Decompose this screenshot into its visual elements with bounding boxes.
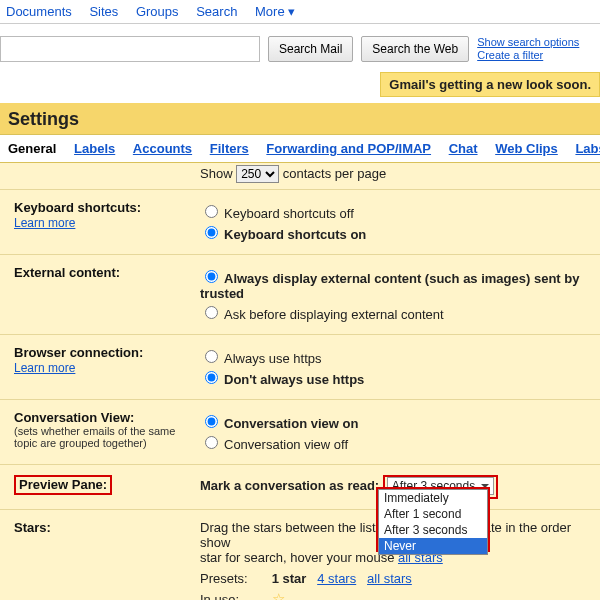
option-after-1s[interactable]: After 1 second	[379, 506, 487, 522]
keyboard-on-radio[interactable]	[205, 226, 218, 239]
option-immediately[interactable]: Immediately	[379, 490, 487, 506]
page-size-row: Show 250 contacts per page	[0, 163, 600, 190]
option-never[interactable]: Never	[379, 538, 487, 554]
mark-as-read-label: Mark a conversation as read:	[200, 478, 379, 493]
conv-on-label: Conversation view on	[224, 416, 358, 431]
conversation-view-label: Conversation View:	[14, 410, 134, 425]
search-links: Show search options Create a filter	[477, 36, 579, 62]
external-ask-label: Ask before displaying external content	[224, 307, 444, 322]
browser-connection-row: Browser connection: Learn more Always us…	[0, 335, 600, 400]
keyboard-on-label: Keyboard shortcuts on	[224, 227, 366, 242]
settings-content: Show 250 contacts per page Keyboard shor…	[0, 163, 600, 600]
nav-more[interactable]: More ▾	[255, 4, 295, 19]
new-look-banner: Gmail's getting a new look soon.	[380, 72, 600, 97]
tab-accounts[interactable]: Accounts	[133, 141, 192, 156]
external-ask-radio[interactable]	[205, 306, 218, 319]
keyboard-shortcuts-label: Keyboard shortcuts:	[14, 200, 141, 215]
show-suffix: contacts per page	[283, 166, 386, 181]
top-nav: Documents Sites Groups Search More ▾	[0, 0, 600, 24]
preview-pane-label: Preview Pane:	[14, 475, 112, 495]
conv-off-radio[interactable]	[205, 436, 218, 449]
create-filter-link[interactable]: Create a filter	[477, 49, 543, 61]
show-search-options-link[interactable]: Show search options	[477, 36, 579, 48]
star-yellow-icon[interactable]: ☆	[272, 590, 285, 600]
page-size-select[interactable]: 250	[236, 165, 279, 183]
https-always-radio[interactable]	[205, 350, 218, 363]
external-always-label: Always display external content (such as…	[200, 271, 579, 301]
mark-as-read-menu: Immediately After 1 second After 3 secon…	[378, 489, 488, 555]
stars-row: Stars: Drag the stars between the lists.…	[0, 510, 600, 600]
preset-allstars[interactable]: all stars	[367, 571, 412, 586]
search-mail-button[interactable]: Search Mail	[268, 36, 353, 62]
nav-search[interactable]: Search	[196, 4, 237, 19]
keyboard-learn-more-link[interactable]: Learn more	[14, 216, 75, 230]
in-use-label: In use:	[200, 592, 268, 600]
external-content-row: External content: Always display externa…	[0, 255, 600, 335]
external-content-label: External content:	[14, 265, 120, 280]
keyboard-off-radio[interactable]	[205, 205, 218, 218]
tab-filters[interactable]: Filters	[210, 141, 249, 156]
stars-label: Stars:	[14, 520, 51, 535]
settings-tabs: General Labels Accounts Filters Forwardi…	[0, 134, 600, 163]
tab-webclips[interactable]: Web Clips	[495, 141, 558, 156]
show-label: Show	[200, 166, 233, 181]
settings-title: Settings	[0, 103, 600, 134]
tab-chat[interactable]: Chat	[449, 141, 478, 156]
presets-label: Presets:	[200, 571, 268, 586]
conversation-view-sub: (sets whether emails of the same topic a…	[14, 425, 200, 449]
browser-connection-label: Browser connection:	[14, 345, 143, 360]
external-always-radio[interactable]	[205, 270, 218, 283]
conv-off-label: Conversation view off	[224, 437, 348, 452]
tab-general[interactable]: General	[8, 141, 56, 156]
preview-pane-row: Preview Pane: Mark a conversation as rea…	[0, 465, 600, 510]
https-not-always-radio[interactable]	[205, 371, 218, 384]
tab-labels[interactable]: Labels	[74, 141, 115, 156]
preset-4stars[interactable]: 4 stars	[317, 571, 356, 586]
conversation-view-row: Conversation View: (sets whether emails …	[0, 400, 600, 465]
tab-forwarding[interactable]: Forwarding and POP/IMAP	[266, 141, 431, 156]
settings-panel: Settings General Labels Accounts Filters…	[0, 103, 600, 600]
conv-on-radio[interactable]	[205, 415, 218, 428]
preset-1star[interactable]: 1 star	[272, 571, 307, 586]
nav-documents[interactable]: Documents	[6, 4, 72, 19]
keyboard-shortcuts-row: Keyboard shortcuts: Learn more Keyboard …	[0, 190, 600, 255]
keyboard-off-label: Keyboard shortcuts off	[224, 206, 354, 221]
search-web-button[interactable]: Search the Web	[361, 36, 469, 62]
search-bar: Search Mail Search the Web Show search o…	[0, 24, 600, 72]
https-always-label: Always use https	[224, 351, 322, 366]
search-input[interactable]	[0, 36, 260, 62]
nav-groups[interactable]: Groups	[136, 4, 179, 19]
browser-learn-more-link[interactable]: Learn more	[14, 361, 75, 375]
https-not-always-label: Don't always use https	[224, 372, 364, 387]
option-after-3s[interactable]: After 3 seconds	[379, 522, 487, 538]
nav-sites[interactable]: Sites	[89, 4, 118, 19]
tab-labs[interactable]: Labs	[575, 141, 600, 156]
